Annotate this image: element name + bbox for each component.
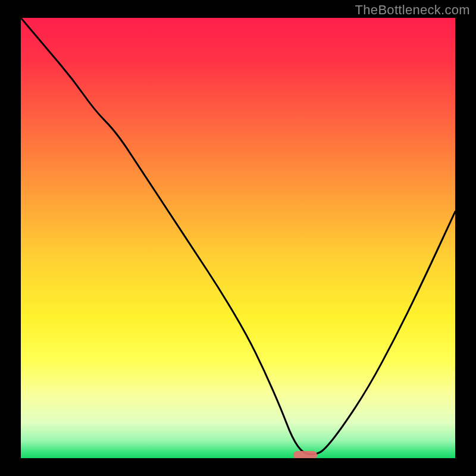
plot-area <box>21 18 455 458</box>
watermark-text: TheBottleneck.com <box>355 2 470 18</box>
optimal-marker <box>293 451 317 458</box>
bottleneck-curve <box>21 18 455 458</box>
chart-frame: TheBottleneck.com <box>0 0 476 476</box>
